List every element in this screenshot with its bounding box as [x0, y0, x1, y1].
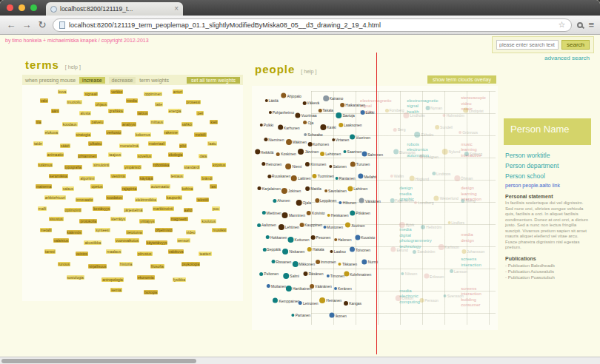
person-dot[interactable]: Wallin — [390, 174, 404, 178]
search-button[interactable]: search — [561, 40, 590, 50]
person-dot[interactable]: Lokki — [361, 110, 375, 115]
person-dot[interactable]: Laitinen — [291, 175, 311, 181]
person-dot[interactable]: Vuorimaa — [295, 112, 316, 118]
term-chip[interactable]: oppiminen — [144, 92, 162, 96]
person-dot[interactable]: Karjalainen — [258, 186, 281, 191]
term-chip[interactable]: kohina — [181, 186, 194, 191]
show-term-clouds-overlay-button[interactable]: show term clouds overlay — [427, 75, 496, 84]
bookmark-star-icon[interactable]: ☆ — [559, 21, 566, 29]
person-dot[interactable]: Heikkilä — [255, 149, 274, 155]
term-chip[interactable]: veistos — [76, 252, 89, 256]
person-dot[interactable]: Leppänen — [315, 198, 336, 203]
term-chip[interactable]: piirustus — [137, 252, 153, 256]
person-dot[interactable]: Peltonen — [259, 272, 279, 276]
person-dot[interactable]: Väkevä — [302, 101, 319, 105]
term-chip[interactable]: energia — [168, 109, 182, 113]
term-chip[interactable]: verkko — [110, 90, 123, 94]
person-dot[interactable]: Kauppinen — [299, 223, 322, 227]
person-dot[interactable]: Heiskanen — [327, 213, 349, 218]
term-chip[interactable]: akustiikka — [84, 240, 101, 245]
term-chip[interactable]: julkaisu — [88, 141, 102, 146]
advanced-search-link[interactable]: advanced search — [544, 55, 590, 61]
term-chip[interactable]: koulutus — [201, 219, 216, 223]
person-dot[interactable]: Salonen — [330, 164, 347, 169]
term-chip[interactable]: taide — [33, 141, 43, 146]
term-chip[interactable]: palvelu — [90, 120, 104, 124]
term-chip[interactable]: rakenne — [164, 130, 179, 135]
term-chip[interactable]: sisustus — [49, 217, 64, 221]
person-dot[interactable]: Mattila — [305, 186, 321, 191]
term-chip[interactable]: menetelmä — [119, 144, 139, 148]
term-chip[interactable]: typografia — [64, 165, 82, 169]
term-chip[interactable]: käännös — [67, 230, 82, 235]
term-chip[interactable]: simulointi — [93, 163, 110, 167]
person-dot[interactable]: Ahonen — [273, 198, 290, 203]
decrease-button[interactable]: decrease — [109, 77, 136, 84]
term-chip[interactable]: kuva — [58, 90, 67, 94]
term-chip[interactable]: tekstiili — [196, 198, 209, 202]
term-chip[interactable]: alusta — [79, 111, 90, 115]
zoom-window-button[interactable] — [30, 4, 37, 11]
person-dot[interactable]: Seppälä — [262, 247, 280, 252]
person-dot[interactable]: Hellström — [421, 225, 441, 229]
person-dot[interactable]: Lättilä — [264, 98, 278, 103]
person-dot[interactable]: Heinonen — [261, 162, 281, 166]
person-dot[interactable]: Haikarainen — [340, 103, 365, 107]
person-dot[interactable]: Nieminen — [264, 138, 284, 142]
person-dot[interactable]: Larsson — [450, 269, 467, 274]
person-dot[interactable]: Ojala — [296, 200, 311, 206]
term-chip[interactable]: animaatio — [47, 152, 64, 157]
term-chip[interactable]: analyysi — [121, 122, 136, 127]
person-dot[interactable]: Kaski — [320, 124, 336, 130]
person-dot[interactable]: Korhonen — [307, 142, 329, 146]
person-dot[interactable]: Väisänen — [359, 198, 381, 203]
term-chip[interactable]: metalli — [40, 228, 52, 232]
person-dot[interactable]: Virtanen — [332, 138, 350, 142]
term-chip[interactable]: brändi — [201, 176, 213, 181]
person-dot[interactable]: Miettinen — [261, 211, 281, 215]
horizontal-scrollbar[interactable] — [0, 357, 600, 364]
term-chip[interactable]: grafiikka — [108, 109, 124, 113]
browser-menu-icon[interactable]: ≡ — [588, 20, 594, 30]
person-dot[interactable]: Pohjanheimo — [269, 110, 294, 115]
term-chip[interactable]: lasi — [210, 184, 217, 189]
term-chip[interactable]: standardi — [184, 165, 201, 169]
person-dot[interactable]: Lindgren — [419, 155, 438, 159]
term-chip[interactable]: taajuus — [108, 152, 121, 157]
term-chip[interactable]: testaus — [170, 174, 184, 178]
term-chip[interactable]: kaupunki — [166, 195, 182, 200]
person-dot[interactable]: Kemppainen — [273, 298, 299, 303]
forward-button[interactable]: → — [21, 20, 32, 30]
person-dot[interactable]: Vuorinen — [350, 135, 370, 140]
person-dot[interactable]: Toivonen — [350, 247, 370, 252]
term-chip[interactable]: strategia — [76, 132, 91, 137]
person-dot[interactable]: Hartikainen — [286, 286, 311, 291]
term-chip[interactable]: elektroniikka — [135, 198, 157, 202]
term-chip[interactable]: mobiili — [194, 132, 206, 137]
term-chip[interactable]: verkosto — [106, 130, 121, 135]
person-dot[interactable]: Väänänen — [310, 284, 332, 289]
person-dot[interactable]: Rissanen — [271, 260, 291, 264]
person-dot[interactable]: Pitkänen — [350, 210, 370, 215]
publication-item[interactable]: - Publication Baledheadb — [505, 263, 590, 269]
person-dot[interactable]: Partanen — [292, 313, 310, 317]
search-input[interactable] — [496, 40, 559, 50]
term-chip[interactable]: kemia — [110, 288, 121, 292]
term-chip[interactable]: antropologia — [101, 277, 124, 282]
term-chip[interactable]: robotiikka — [153, 163, 170, 167]
term-chip[interactable]: muotoilu — [67, 100, 82, 104]
person-dot[interactable]: Tuominen — [313, 174, 334, 178]
term-chip[interactable]: käyttäjä — [139, 176, 153, 181]
term-chip[interactable]: prosessi — [186, 100, 201, 104]
person-dot[interactable]: Holmström — [443, 113, 464, 118]
person-dot[interactable]: Schwabe — [304, 132, 323, 137]
person-dot[interactable]: Pesonen — [311, 235, 331, 240]
term-chip[interactable]: johtaminen — [78, 154, 97, 158]
person-dot[interactable]: Meilahti — [358, 174, 376, 179]
term-chip[interactable]: ohjaus — [95, 102, 107, 107]
term-chip[interactable]: ääni — [51, 109, 59, 113]
term-chip[interactable]: mittaus — [150, 120, 164, 124]
person-dot[interactable]: Lindholm — [403, 112, 424, 118]
term-chip[interactable]: filosofia — [150, 264, 164, 269]
person-dot[interactable]: Turunen — [350, 161, 370, 166]
